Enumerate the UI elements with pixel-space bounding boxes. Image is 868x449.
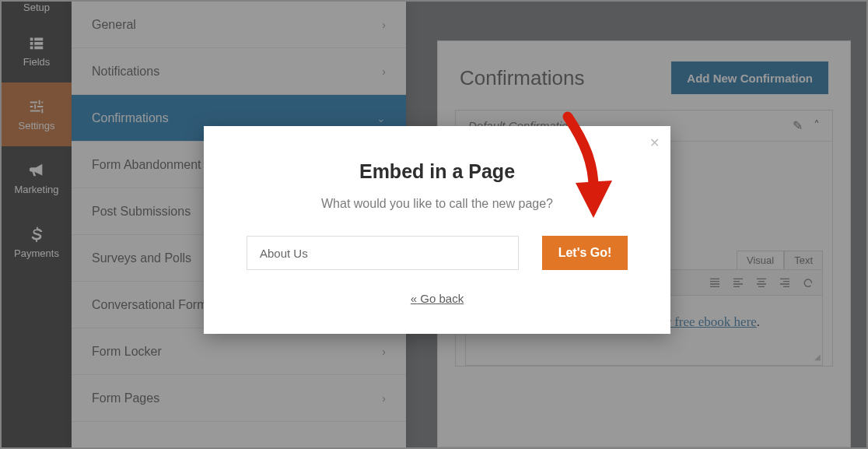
modal-title: Embed in a Page xyxy=(232,160,642,183)
embed-modal: ✕ Embed in a Page What would you like to… xyxy=(204,126,670,334)
lets-go-button[interactable]: Let's Go! xyxy=(542,236,628,270)
go-back-link[interactable]: « Go back xyxy=(411,292,464,305)
modal-subtitle: What would you like to call the new page… xyxy=(232,197,642,211)
page-name-input[interactable] xyxy=(247,236,519,270)
close-icon[interactable]: ✕ xyxy=(649,135,660,150)
